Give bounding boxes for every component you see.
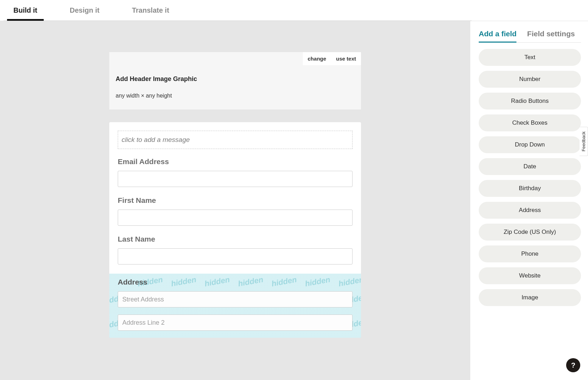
add-website-field[interactable]: Website <box>479 267 581 284</box>
add-message-box[interactable]: click to add a message <box>118 131 353 149</box>
first-name-input[interactable] <box>118 210 353 226</box>
field-label: First Name <box>118 196 353 205</box>
add-checkbox-field[interactable]: Check Boxes <box>479 114 581 131</box>
street-address-input[interactable] <box>118 291 353 307</box>
address-line2-input[interactable] <box>118 314 353 331</box>
top-tabs: Build it Design it Translate it <box>4 0 472 21</box>
header-image-title: Add Header Image Graphic <box>116 75 355 83</box>
tab-field-settings[interactable]: Field settings <box>527 30 575 42</box>
help-button[interactable]: ? <box>566 358 580 372</box>
tab-design[interactable]: Design it <box>63 1 106 20</box>
header-change-button[interactable]: change <box>303 52 331 65</box>
tab-build[interactable]: Build it <box>7 1 44 20</box>
add-zip-field[interactable]: Zip Code (US Only) <box>479 224 581 241</box>
add-number-field[interactable]: Number <box>479 71 581 88</box>
add-date-field[interactable]: Date <box>479 158 581 175</box>
tab-translate[interactable]: Translate it <box>125 1 176 20</box>
field-label: Address <box>118 278 353 286</box>
header-image-block[interactable]: change use text Add Header Image Graphic… <box>109 52 361 110</box>
last-name-input[interactable] <box>118 248 353 264</box>
sidebar-tabs: Add a field Field settings <box>479 30 581 43</box>
field-label: Email Address <box>118 157 353 166</box>
add-text-field[interactable]: Text <box>479 49 581 66</box>
header-use-text-button[interactable]: use text <box>331 52 361 65</box>
add-birthday-field[interactable]: Birthday <box>479 180 581 197</box>
form-card: click to add a message Email Address Fir… <box>109 122 361 338</box>
add-dropdown-field[interactable]: Drop Down <box>479 136 581 153</box>
add-phone-field[interactable]: Phone <box>479 245 581 262</box>
add-image-field[interactable]: Image <box>479 289 581 306</box>
header-image-dims: any width × any height <box>116 93 355 99</box>
email-input[interactable] <box>118 171 353 187</box>
form-canvas: change use text Add Header Image Graphic… <box>0 21 470 380</box>
field-email[interactable]: Email Address <box>118 157 353 187</box>
field-label: Last Name <box>118 235 353 243</box>
right-sidebar: Add a field Field settings Text Number R… <box>470 21 588 380</box>
field-address-hidden[interactable]: hidden hidden hidden hidden hidden hidde… <box>109 274 361 338</box>
field-last-name[interactable]: Last Name <box>118 235 353 264</box>
add-radio-field[interactable]: Radio Buttons <box>479 93 581 110</box>
add-address-field[interactable]: Address <box>479 202 581 219</box>
tab-add-field[interactable]: Add a field <box>479 30 516 42</box>
feedback-tab[interactable]: Feedback <box>580 127 588 156</box>
field-first-name[interactable]: First Name <box>118 196 353 226</box>
